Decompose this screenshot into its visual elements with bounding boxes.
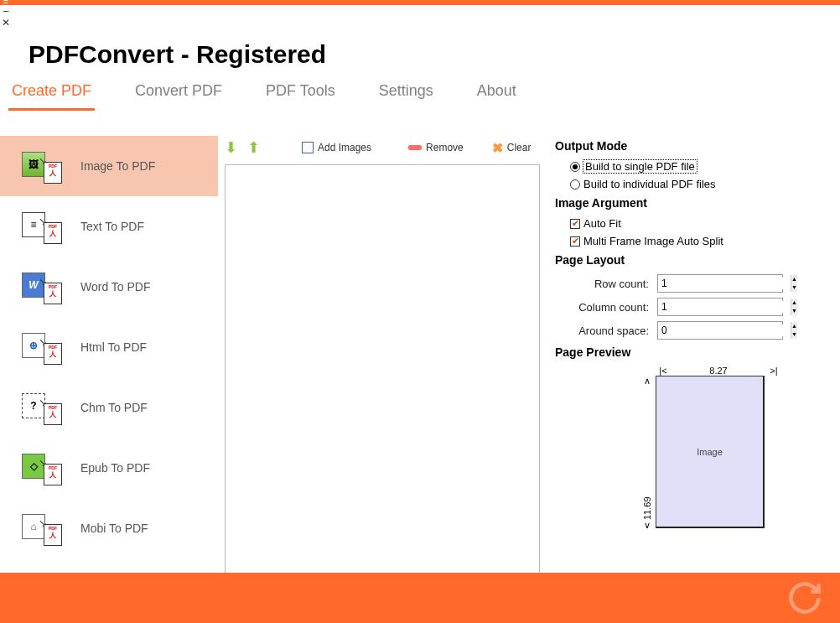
sidebar-item-label: Html To PDF xyxy=(80,340,147,354)
tab-convert-pdf[interactable]: Convert PDF xyxy=(132,79,226,111)
row-count-up[interactable]: ▲ xyxy=(791,275,797,283)
preview-width-handle-right[interactable]: >| xyxy=(766,366,781,376)
radio-individual-pdf[interactable] xyxy=(570,179,580,189)
preview-height-handle-bottom[interactable]: ∨ xyxy=(644,520,651,530)
radio-single-pdf[interactable] xyxy=(570,162,580,172)
image-icon: 🖼 ↘ 人 xyxy=(22,152,50,180)
tab-create-pdf[interactable]: Create PDF xyxy=(8,79,95,111)
page-preview-heading: Page Preview xyxy=(555,345,825,359)
sidebar-item-word-to-pdf[interactable]: W ↘ 人 Word To PDF xyxy=(0,257,218,317)
page-layout-heading: Page Layout xyxy=(555,253,825,267)
remove-button[interactable]: Remove xyxy=(408,142,464,153)
text-icon: ≡ ↘ 人 xyxy=(22,212,50,241)
chm-icon: ? ↘ 人 xyxy=(22,393,50,422)
sidebar-item-mobi-to-pdf[interactable]: ⌂ ↘ 人 Mobi To PDF xyxy=(0,498,218,558)
column-count-row: Column count: ▲▼ xyxy=(555,295,825,319)
around-space-input[interactable] xyxy=(658,324,791,336)
column-count-input[interactable] xyxy=(658,301,791,313)
image-argument-heading: Image Argument xyxy=(555,196,825,210)
column-count-down[interactable]: ▼ xyxy=(791,307,797,315)
window-controls: – ✕ xyxy=(0,5,840,29)
auto-fit-row[interactable]: ✔ Auto Fit xyxy=(555,215,825,232)
row-count-label: Row count: xyxy=(570,278,657,290)
sidebar-item-label: Mobi To PDF xyxy=(80,522,148,535)
around-space-label: Around space: xyxy=(570,324,657,337)
page-preview: |< 8.27 >| ∧ 11.69 ∨ Image xyxy=(639,366,825,530)
clear-icon: ✖ xyxy=(492,140,503,156)
main-tabs: Create PDF Convert PDF PDF Tools Setting… xyxy=(0,79,840,111)
auto-fit-label: Auto Fit xyxy=(583,217,621,230)
clear-label: Clear xyxy=(507,142,531,153)
file-toolbar: ⬇ ⬆ Add Images Remove ✖ Clear xyxy=(225,136,540,159)
sidebar-item-label: Word To PDF xyxy=(80,280,151,293)
clear-button[interactable]: ✖ Clear xyxy=(492,140,531,156)
remove-label: Remove xyxy=(426,142,464,153)
sidebar-item-image-to-pdf[interactable]: 🖼 ↘ 人 Image To PDF xyxy=(0,136,218,196)
add-images-label: Add Images xyxy=(318,142,371,153)
sidebar-item-label: Epub To PDF xyxy=(80,461,150,475)
auto-split-row[interactable]: ✔ Multi Frame Image Auto Split xyxy=(555,232,825,250)
preview-height-value: 11.69 xyxy=(642,386,652,520)
tab-pdf-tools[interactable]: PDF Tools xyxy=(262,79,339,111)
refresh-icon xyxy=(786,579,823,616)
around-space-row: Around space: ▲▼ xyxy=(555,319,825,342)
add-icon xyxy=(302,142,314,153)
content-area: 🖼 ↘ 人 Image To PDF ≡ ↘ 人 Text To PDF W ↘… xyxy=(0,111,840,575)
add-images-button[interactable]: Add Images xyxy=(302,142,371,153)
preview-height-handle-top[interactable]: ∧ xyxy=(644,376,651,386)
column-count-spinner[interactable]: ▲▼ xyxy=(657,298,783,316)
sidebar: 🖼 ↘ 人 Image To PDF ≡ ↘ 人 Text To PDF W ↘… xyxy=(0,136,218,575)
preview-placeholder: Image xyxy=(697,447,723,457)
output-mode-individual-row[interactable]: Build to individual PDF files xyxy=(555,175,825,193)
sidebar-item-epub-to-pdf[interactable]: ◇ ↘ 人 Epub To PDF xyxy=(0,438,218,498)
around-space-up[interactable]: ▲ xyxy=(791,322,797,330)
column-count-up[interactable]: ▲ xyxy=(791,299,797,307)
output-mode-individual-label: Build to individual PDF files xyxy=(583,178,716,190)
row-count-input[interactable] xyxy=(658,278,791,289)
sidebar-item-chm-to-pdf[interactable]: ? ↘ 人 Chm To PDF xyxy=(0,377,218,438)
preview-page: Image xyxy=(656,376,765,528)
output-mode-single-label: Build to single PDF file xyxy=(583,160,697,173)
html-icon: ⊕ ↘ 人 xyxy=(22,333,50,361)
epub-icon: ◇ ↘ 人 xyxy=(22,454,50,482)
output-mode-heading: Output Mode xyxy=(555,139,825,153)
output-mode-single-row[interactable]: Build to single PDF file xyxy=(555,158,825,175)
move-up-button[interactable]: ⬆ xyxy=(247,138,260,157)
checkbox-auto-fit[interactable]: ✔ xyxy=(570,219,580,229)
file-list[interactable] xyxy=(225,164,540,575)
around-space-spinner[interactable]: ▲▼ xyxy=(657,321,783,340)
file-panel: ⬇ ⬆ Add Images Remove ✖ Clear xyxy=(218,136,555,575)
checkbox-auto-split[interactable]: ✔ xyxy=(570,236,580,247)
row-count-spinner[interactable]: ▲▼ xyxy=(657,274,783,293)
auto-split-label: Multi Frame Image Auto Split xyxy=(583,235,723,247)
sidebar-item-text-to-pdf[interactable]: ≡ ↘ 人 Text To PDF xyxy=(0,196,218,257)
sidebar-item-html-to-pdf[interactable]: ⊕ ↘ 人 Html To PDF xyxy=(0,317,218,377)
mobi-icon: ⌂ ↘ 人 xyxy=(22,514,50,543)
minimize-button[interactable]: – xyxy=(0,5,12,17)
app-title: PDFConvert - Registered xyxy=(0,29,840,79)
bottom-bar xyxy=(0,573,840,623)
row-count-down[interactable]: ▼ xyxy=(791,283,797,292)
sidebar-item-label: Chm To PDF xyxy=(80,401,148,414)
remove-icon xyxy=(408,145,422,150)
tab-about[interactable]: About xyxy=(474,79,520,111)
sidebar-item-label: Image To PDF xyxy=(80,159,155,173)
row-count-row: Row count: ▲▼ xyxy=(555,272,825,295)
word-icon: W ↘ 人 xyxy=(22,273,50,301)
column-count-label: Column count: xyxy=(570,301,657,314)
move-down-button[interactable]: ⬇ xyxy=(225,138,237,157)
preview-width-handle-left[interactable]: |< xyxy=(656,366,671,376)
tab-settings[interactable]: Settings xyxy=(376,79,437,111)
settings-panel: Output Mode Build to single PDF file Bui… xyxy=(555,136,840,575)
preview-width-value: 8.27 xyxy=(671,366,766,376)
sidebar-item-label: Text To PDF xyxy=(80,220,144,233)
close-button[interactable]: ✕ xyxy=(0,17,12,29)
around-space-down[interactable]: ▼ xyxy=(791,330,797,339)
